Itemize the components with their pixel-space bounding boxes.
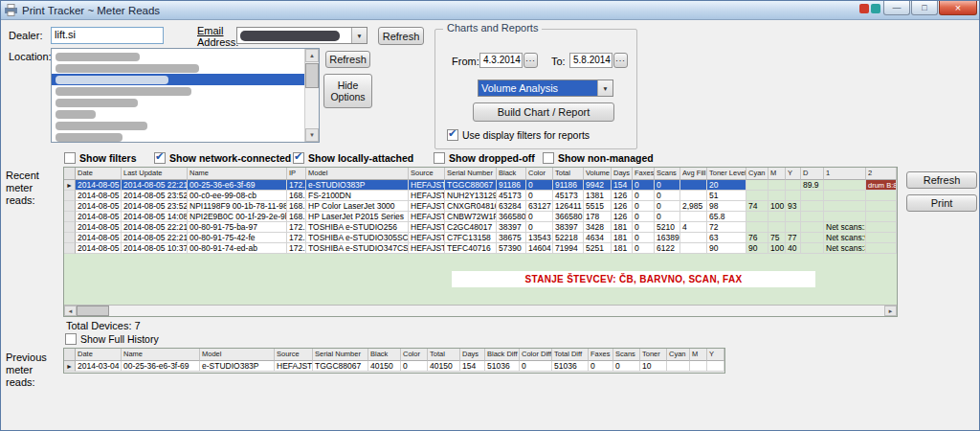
cell[interactable] — [801, 233, 824, 243]
cell[interactable]: 65.8 — [707, 212, 746, 222]
column-header[interactable]: Date — [76, 168, 122, 180]
cell[interactable]: 100 — [768, 243, 786, 254]
cell[interactable] — [64, 243, 76, 254]
column-header[interactable]: Toner Level — [707, 168, 746, 180]
cell[interactable]: 40150 — [368, 361, 401, 372]
show-full-history-checkbox[interactable] — [65, 333, 77, 345]
cell[interactable]: 2014-08-05 23:52 — [122, 201, 188, 212]
cell[interactable]: 51036 — [485, 361, 520, 372]
cell[interactable]: 91186 — [553, 180, 584, 191]
cell[interactable]: 6122 — [655, 243, 680, 254]
cell[interactable] — [768, 222, 786, 233]
cell[interactable]: 20 — [707, 180, 746, 191]
cell[interactable] — [866, 191, 897, 201]
from-date-picker-button[interactable]: ... — [523, 53, 538, 68]
cell[interactable]: 2014-08-05 10:37 — [122, 243, 188, 254]
cell[interactable]: 52218 — [553, 233, 584, 243]
cell[interactable]: 93 — [786, 201, 801, 212]
location-list-item[interactable] — [52, 51, 304, 62]
column-header[interactable]: Y — [786, 168, 801, 180]
cell[interactable]: 2014-03-04 — [76, 361, 122, 372]
cell[interactable]: 2014-08-05 14:08 — [122, 212, 188, 222]
cell[interactable] — [680, 180, 707, 191]
show-non-managed-checkbox[interactable] — [543, 152, 554, 164]
maximize-button[interactable]: □ — [911, 1, 938, 15]
cell[interactable]: 366580 — [497, 212, 526, 222]
cell[interactable]: Net scans:3427 — [824, 243, 866, 254]
column-header[interactable]: Scans — [613, 349, 640, 361]
cell[interactable]: 38675 — [497, 233, 526, 243]
scrollbar-thumb[interactable] — [305, 63, 319, 88]
cell[interactable]: 0 — [655, 180, 680, 191]
cell[interactable]: HEFAJST — [409, 180, 445, 191]
cell[interactable] — [786, 222, 801, 233]
dealer-input[interactable]: lift.si — [51, 27, 164, 44]
cell[interactable] — [866, 201, 897, 212]
cell[interactable]: 172. — [287, 233, 306, 243]
cell[interactable]: 0 — [589, 361, 613, 372]
cell[interactable]: 98 — [707, 201, 746, 212]
cell[interactable]: 154 — [612, 180, 633, 191]
cell[interactable]: CNBW72W1FJ — [445, 212, 497, 222]
cell[interactable] — [801, 212, 824, 222]
cell[interactable] — [680, 191, 707, 201]
cell[interactable]: 0 — [655, 212, 680, 222]
cell[interactable]: 0 — [633, 212, 655, 222]
cell[interactable] — [801, 222, 824, 233]
cell[interactable] — [768, 212, 786, 222]
cell[interactable]: 2014-08-05 23:52 — [122, 191, 188, 201]
cell[interactable]: 75 — [768, 233, 786, 243]
column-header[interactable]: Black Diff — [485, 349, 520, 361]
cell[interactable] — [680, 233, 707, 243]
cell[interactable] — [866, 233, 897, 243]
cell[interactable]: 2014-08-05 — [76, 191, 122, 201]
cell[interactable]: 40 — [786, 243, 801, 254]
cell[interactable]: 2014-08-05 — [76, 180, 122, 191]
scroll-left-icon[interactable]: ◄ — [64, 306, 77, 316]
cell[interactable]: 51036 — [552, 361, 589, 372]
scrollbar-thumb[interactable] — [77, 306, 109, 316]
cell[interactable]: 0 — [633, 243, 655, 254]
cell[interactable]: 2014-08-05 — [76, 233, 122, 243]
cell[interactable]: 63127 — [526, 201, 553, 212]
cell[interactable]: HEFAJST — [409, 212, 445, 222]
column-header[interactable]: Volume — [584, 168, 612, 180]
cell[interactable] — [824, 191, 866, 201]
cell[interactable]: 126411 — [553, 201, 584, 212]
cell[interactable] — [667, 361, 690, 372]
cell[interactable] — [746, 180, 768, 191]
cell[interactable]: e-STUDIO383P — [200, 361, 275, 372]
cell[interactable]: TGGC88067 — [445, 180, 497, 191]
cell[interactable]: 181 — [612, 222, 633, 233]
cell[interactable]: 38397 — [553, 222, 584, 233]
cell[interactable]: HEFAJST — [409, 222, 445, 233]
column-header[interactable]: Total — [553, 168, 584, 180]
cell[interactable]: CNXGR04816 — [445, 201, 497, 212]
to-date-input[interactable]: 5.8.2014 — [569, 53, 612, 68]
cell[interactable]: C7FC13158 — [445, 233, 497, 243]
column-header[interactable]: Model — [200, 349, 275, 361]
cell[interactable]: 00-80-91-75-42-fe — [188, 233, 287, 243]
cell[interactable]: HEFAJST — [409, 233, 445, 243]
cell[interactable]: NPI2E9B0C 00-1f-29-2e-9b-0c — [188, 212, 287, 222]
column-header[interactable]: Name — [122, 349, 200, 361]
cell[interactable]: 5515 — [584, 201, 612, 212]
cell[interactable] — [746, 222, 768, 233]
cell[interactable]: 40150 — [428, 361, 460, 372]
column-header[interactable]: Source — [409, 168, 445, 180]
show-network-connected-checkbox[interactable] — [154, 152, 166, 164]
cell[interactable] — [64, 212, 76, 222]
cell[interactable] — [707, 361, 724, 372]
cell[interactable] — [680, 212, 707, 222]
cell[interactable]: ► — [64, 180, 76, 191]
location-list-item[interactable] — [52, 97, 304, 108]
cell[interactable]: 172. — [287, 222, 306, 233]
cell[interactable]: 71994 — [553, 243, 584, 254]
cell[interactable]: 0 — [633, 201, 655, 212]
cell[interactable]: 5210 — [655, 222, 680, 233]
cell[interactable]: 00-25-36-e6-3f-69 — [122, 361, 200, 372]
cell[interactable]: HEFAJST — [409, 243, 445, 254]
cell[interactable] — [866, 222, 897, 233]
column-header[interactable]: Date — [76, 349, 122, 361]
cell[interactable] — [746, 212, 768, 222]
